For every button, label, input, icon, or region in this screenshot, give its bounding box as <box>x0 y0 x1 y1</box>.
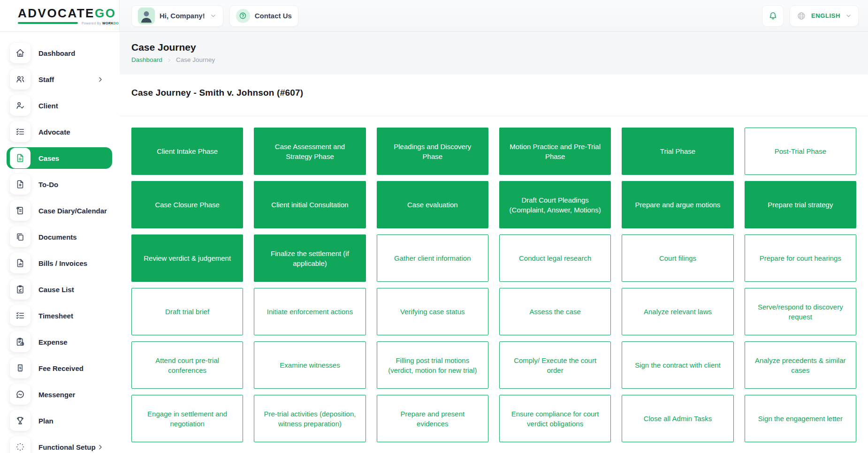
sidebar-item-label: Cases <box>38 154 59 162</box>
case-step-label: Conduct legal research <box>519 253 591 263</box>
case-step-label: Attend court pre-trial conferences <box>139 355 235 375</box>
case-step-card-pleadings-and-discovery-phase[interactable]: Pleadings and Discovery Phase <box>377 128 488 175</box>
top-header: Hi, Company! Contact Us ENGLISH <box>120 0 868 32</box>
case-step-card-gather-client-information[interactable]: Gather client information <box>377 234 488 282</box>
sidebar-item-label: Staff <box>38 76 54 83</box>
breadcrumb: Dashboard Case Journey <box>131 56 856 63</box>
sidebar-item-advocate[interactable]: Advocate <box>7 121 112 143</box>
sidebar-item-case-diary-calendar[interactable]: Case Diary/Calendar <box>7 200 112 221</box>
case-step-label: Assess the case <box>530 307 581 317</box>
case-step-card-examine-witnesses[interactable]: Examine witnesses <box>254 341 365 389</box>
sidebar-item-cases[interactable]: Cases <box>7 147 112 169</box>
case-step-label: Verifying case status <box>400 307 465 317</box>
sidebar-item-label: Plan <box>38 417 53 425</box>
trophy-icon <box>10 410 30 431</box>
case-step-card-analyze-relevant-laws[interactable]: Analyze relevant laws <box>622 288 733 335</box>
case-step-card-draft-court-pleadings-complaint-answer-motions[interactable]: Draft Court Pleadings (Complaint, Answer… <box>499 181 611 228</box>
sidebar-item-label: To-Do <box>38 181 58 189</box>
sidebar-item-label: Case Diary/Calendar <box>38 207 107 215</box>
case-step-label: Pleadings and Discovery Phase <box>384 142 481 161</box>
case-step-card-case-evaluation[interactable]: Case evaluation <box>377 181 488 228</box>
case-journey-panel: Case Journey - Smith v. Johnson (#607) C… <box>120 75 868 453</box>
case-step-card-draft-trial-brief[interactable]: Draft trial brief <box>131 288 243 335</box>
case-step-card-prepare-for-court-hearings[interactable]: Prepare for court hearings <box>745 234 856 282</box>
sidebar: DashboardStaffClientAdvocateCasesTo-DoCa… <box>0 32 120 453</box>
case-step-card-sign-the-engagement-letter[interactable]: Sign the engagement letter <box>745 395 856 442</box>
case-step-card-client-initial-consultation[interactable]: Client initial Consultation <box>254 181 365 228</box>
case-step-card-sign-the-contract-with-client[interactable]: Sign the contract with client <box>622 341 733 389</box>
case-step-card-prepare-trial-strategy[interactable]: Prepare trial strategy <box>745 181 856 228</box>
case-step-card-engage-in-settlement-and-negotiation[interactable]: Engage in settlement and negotiation <box>131 395 243 442</box>
list-check-icon <box>10 121 30 142</box>
user-menu[interactable]: Hi, Company! <box>131 5 223 27</box>
case-step-label: Pre-trial activities (deposition, witnes… <box>262 409 358 429</box>
case-step-card-motion-practice-and-pre-trial-phase[interactable]: Motion Practice and Pre-Trial Phase <box>499 128 611 175</box>
case-step-card-serve-respond-to-discovery-request[interactable]: Serve/respond to discovery request <box>745 288 856 335</box>
case-step-card-case-closure-phase[interactable]: Case Closure Phase <box>131 181 243 228</box>
case-step-card-finalize-the-settlement-if-applicable[interactable]: Finalize the settlement (if applicable) <box>254 234 365 282</box>
case-step-card-post-trial-phase[interactable]: Post-Trial Phase <box>745 128 856 175</box>
sidebar-item-label: Dashboard <box>38 49 75 57</box>
user-check-icon <box>10 95 30 116</box>
copy-icon <box>10 226 30 247</box>
case-step-label: Trial Phase <box>660 146 695 156</box>
case-step-card-prepare-and-argue-motions[interactable]: Prepare and argue motions <box>622 181 733 228</box>
case-step-card-prepare-and-present-evidences[interactable]: Prepare and present evidences <box>377 395 488 442</box>
sidebar-item-label: Bills / Invoices <box>38 259 87 267</box>
case-step-card-initiate-enforcement-actions[interactable]: Initiate enforcement actions <box>254 288 365 335</box>
case-step-card-attend-court-pre-trial-conferences[interactable]: Attend court pre-trial conferences <box>131 341 243 389</box>
breadcrumb-dashboard-link[interactable]: Dashboard <box>131 56 162 63</box>
sidebar-item-expense[interactable]: Expense <box>7 331 112 353</box>
sidebar-item-messenger[interactable]: Messenger <box>7 384 112 405</box>
chat-icon <box>10 384 30 405</box>
sidebar-item-timesheet[interactable]: Timesheet <box>7 305 112 326</box>
sidebar-item-functional-setup[interactable]: Functional Setup <box>7 436 112 453</box>
bell-icon <box>768 11 778 21</box>
language-selector[interactable]: ENGLISH <box>790 5 859 27</box>
case-step-card-trial-phase[interactable]: Trial Phase <box>622 128 733 175</box>
greeting-label: Hi, Company! <box>160 12 205 20</box>
case-step-card-comply-execute-the-court-order[interactable]: Comply/ Execute the court order <box>499 341 611 389</box>
sidebar-item-dashboard[interactable]: Dashboard <box>7 42 112 64</box>
case-step-label: Examine witnesses <box>280 360 340 370</box>
case-step-card-ensure-compliance-for-court-verdict-obligations[interactable]: Ensure compliance for court verdict obli… <box>499 395 611 442</box>
app-logo[interactable]: ADVOCATEGO Powered By WORKDO <box>18 7 119 25</box>
case-step-label: Sign the engagement letter <box>758 414 843 423</box>
sidebar-item-label: Messenger <box>38 391 75 399</box>
case-step-card-case-assessment-and-strategy-phase[interactable]: Case Assessment and Strategy Phase <box>254 128 365 175</box>
sidebar-item-staff[interactable]: Staff <box>7 68 112 90</box>
sidebar-item-label: Fee Received <box>38 364 84 372</box>
list-check-icon <box>10 305 30 326</box>
sidebar-item-documents[interactable]: Documents <box>7 226 112 248</box>
case-step-label: Prepare and argue motions <box>635 200 721 210</box>
contact-us-label: Contact Us <box>255 12 292 20</box>
case-step-card-close-all-admin-tasks[interactable]: Close all Admin Tasks <box>622 395 733 442</box>
case-step-label: Initiate enforcement actions <box>267 307 353 317</box>
sidebar-item-label: Client <box>38 102 58 110</box>
case-step-card-conduct-legal-research[interactable]: Conduct legal research <box>499 234 611 282</box>
case-step-label: Serve/respond to discovery request <box>753 302 848 322</box>
case-step-card-pre-trial-activities-deposition-witness-preparation[interactable]: Pre-trial activities (deposition, witnes… <box>254 395 365 442</box>
case-step-label: Close all Admin Tasks <box>644 414 712 423</box>
case-step-card-court-filings[interactable]: Court filings <box>622 234 733 282</box>
case-step-card-review-verdict-judgement[interactable]: Review verdict & judgement <box>131 234 243 282</box>
sidebar-item-bills-invoices[interactable]: Bills / Invoices <box>7 252 112 274</box>
notifications-button[interactable] <box>762 5 784 27</box>
sidebar-item-client[interactable]: Client <box>7 95 112 116</box>
sidebar-item-label: Documents <box>38 233 77 241</box>
clipboard-clock-icon <box>10 332 30 352</box>
case-step-label: Finalize the settlement (if applicable) <box>261 249 358 268</box>
case-step-card-client-intake-phase[interactable]: Client Intake Phase <box>131 128 243 175</box>
sidebar-item-to-do[interactable]: To-Do <box>7 174 112 195</box>
case-step-card-assess-the-case[interactable]: Assess the case <box>499 288 611 335</box>
case-step-label: Analyze precedents & similar cases <box>753 355 848 375</box>
case-step-card-analyze-precedents-similar-cases[interactable]: Analyze precedents & similar cases <box>745 341 856 389</box>
case-step-card-verifying-case-status[interactable]: Verifying case status <box>377 288 488 335</box>
sidebar-item-fee-received[interactable]: $Fee Received <box>7 357 112 379</box>
case-step-card-filling-post-trial-motions-verdict-motion-for-new-trial[interactable]: Filling post trial motions (verdict, mot… <box>377 341 488 389</box>
contact-us-button[interactable]: Contact Us <box>229 5 298 27</box>
case-step-label: Case evaluation <box>407 200 458 210</box>
sidebar-item-plan[interactable]: Plan <box>7 410 112 431</box>
loader-icon <box>10 437 30 453</box>
sidebar-item-cause-list[interactable]: Cause List <box>7 279 112 300</box>
